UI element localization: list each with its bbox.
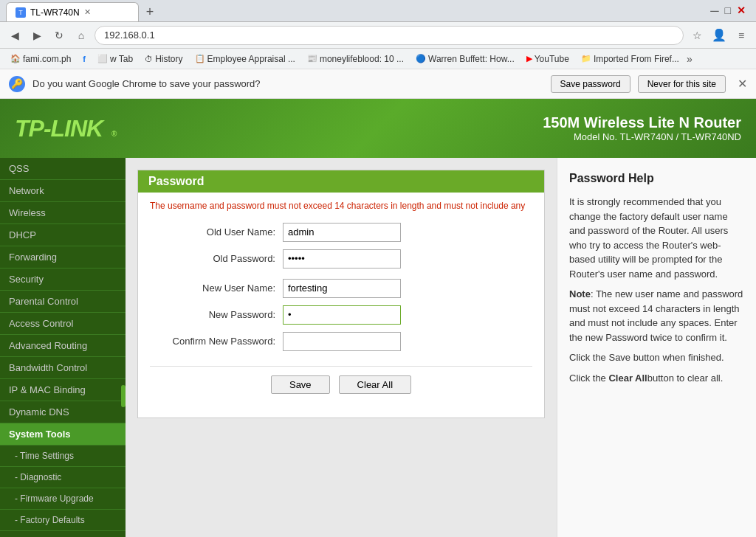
browser-toolbar: ◀ ▶ ↻ ⌂ 192.168.0.1 ☆ 👤 ≡: [0, 22, 756, 49]
fb-icon: f: [83, 55, 86, 63]
close-button[interactable]: ✕: [737, 4, 746, 18]
sidebar-item-routing[interactable]: Advanced Routing: [0, 335, 126, 357]
sidebar: QSS Network Wireless DHCP Forwarding Sec…: [0, 158, 126, 537]
sidebar-item-systemtools[interactable]: System Tools: [0, 423, 126, 446]
appraisal-icon: 📋: [195, 54, 205, 63]
new-user-label: New User Name:: [150, 283, 283, 294]
sidebar-item-network[interactable]: Network: [0, 180, 126, 202]
bookmarks-bar: 🏠 fami.com.ph f ⬜ w Tab ⏱ History 📋 Empl…: [0, 49, 756, 69]
never-save-button[interactable]: Never for this site: [638, 75, 726, 93]
browser-titlebar: T TL-WR740N ✕ + ─ □ ✕: [0, 0, 756, 22]
new-tab-button[interactable]: +: [139, 2, 161, 21]
new-pass-input[interactable]: [283, 305, 401, 325]
sidebar-item-security[interactable]: Security: [0, 268, 126, 291]
main-content: Password The username and password must …: [126, 158, 557, 537]
minimize-button[interactable]: ─: [710, 4, 718, 18]
bookmark-appraisal[interactable]: 📋 Employee Appraisal ...: [190, 52, 300, 66]
tab-favicon: T: [16, 7, 26, 18]
firefox-icon: 📁: [581, 54, 591, 63]
sidebar-item-dns[interactable]: Dynamic DNS: [0, 401, 126, 423]
sidebar-item-firmware[interactable]: - Firmware Upgrade: [0, 488, 126, 510]
tab-close-button[interactable]: ✕: [84, 7, 91, 17]
sidebar-item-timesettings[interactable]: - Time Settings: [0, 446, 126, 467]
history-icon: ⏱: [145, 55, 153, 63]
help-paragraph2: The new user name and password must not …: [569, 288, 743, 343]
bookmark-wtab[interactable]: ⬜ w Tab: [93, 52, 137, 66]
old-pass-label: Old Password:: [150, 253, 283, 264]
sidebar-item-bandwidth[interactable]: Bandwidth Control: [0, 357, 126, 379]
password-icon: 🔑: [9, 76, 25, 92]
sidebar-item-qss[interactable]: QSS: [0, 158, 126, 180]
bookmark-money[interactable]: 📰 moneylifeblood: 10 ...: [303, 52, 408, 66]
sidebar-item-backup[interactable]: - Backup & Restore: [0, 531, 126, 537]
help-clear-bold: Clear All: [608, 373, 647, 384]
sidebar-item-access[interactable]: Access Control: [0, 313, 126, 335]
sidebar-item-factory[interactable]: - Factory Defaults: [0, 510, 126, 531]
help-note: Note: The new user name and password mus…: [569, 287, 744, 344]
bookmark-buffett[interactable]: 🔵 Warren Buffett: How...: [411, 52, 519, 66]
active-tab[interactable]: T TL-WR740N ✕: [6, 2, 139, 21]
reload-button[interactable]: ↻: [50, 27, 68, 44]
help-save-instruction: Click the Save button when finished.: [569, 350, 744, 365]
address-text: 192.168.0.1: [104, 30, 674, 41]
save-button[interactable]: Save: [271, 375, 330, 394]
bookmark-label: Warren Buffett: How...: [428, 54, 515, 64]
sidebar-item-diagnostic[interactable]: - Diagnostic: [0, 467, 126, 488]
tab-title: TL-WR740N: [30, 7, 80, 18]
form-section-header: Password: [138, 170, 544, 193]
bookmark-label: moneylifeblood: 10 ...: [320, 54, 404, 64]
content-area: QSS Network Wireless DHCP Forwarding Sec…: [0, 158, 756, 537]
confirm-label: Confirm New Password:: [150, 336, 283, 347]
fami-icon: 🏠: [10, 54, 21, 63]
password-form-section: Password The username and password must …: [137, 170, 545, 418]
new-user-input[interactable]: [283, 279, 401, 298]
sidebar-item-dhcp[interactable]: DHCP: [0, 224, 126, 246]
tab-bar: T TL-WR740N ✕ +: [6, 0, 161, 21]
bookmark-label: Imported From Firef...: [594, 54, 679, 64]
home-button[interactable]: ⌂: [72, 27, 90, 44]
user-button[interactable]: 👤: [710, 27, 728, 44]
sidebar-item-wireless[interactable]: Wireless: [0, 202, 126, 224]
save-password-button[interactable]: Save password: [551, 75, 630, 93]
logo-text: TP-LINK: [15, 115, 103, 142]
router-info: 150M Wireless Lite N Router Model No. TL…: [543, 114, 741, 142]
tp-link-logo: TP-LINK ®: [15, 115, 116, 142]
sidebar-item-parental[interactable]: Parental Control: [0, 291, 126, 313]
help-paragraph1: It is strongly recommended that you chan…: [569, 195, 744, 281]
new-pass-label: New Password:: [150, 309, 283, 320]
old-password-row: Old Password:: [150, 249, 532, 268]
close-password-bar-button[interactable]: ✕: [738, 77, 747, 91]
logo-trademark: ®: [111, 130, 116, 138]
help-clear-instruction: Click the Clear Allbutton to clear all.: [569, 371, 744, 386]
password-save-bar: 🔑 Do you want Google Chrome to save your…: [0, 69, 756, 99]
help-note-label: Note: [569, 288, 591, 299]
forward-button[interactable]: ▶: [28, 27, 46, 44]
router-header: TP-LINK ® 150M Wireless Lite N Router Mo…: [0, 99, 756, 158]
bookmark-fami[interactable]: 🏠 fami.com.ph: [6, 52, 75, 66]
address-bar[interactable]: 192.168.0.1: [94, 26, 684, 45]
back-button[interactable]: ◀: [6, 27, 24, 44]
form-body: The username and password must not excee…: [138, 193, 544, 418]
old-pass-input[interactable]: [283, 249, 401, 268]
maximize-button[interactable]: □: [725, 4, 731, 18]
help-title: Password Help: [569, 170, 744, 187]
confirm-pass-input[interactable]: [283, 332, 401, 351]
money-icon: 📰: [307, 54, 317, 63]
menu-button[interactable]: ≡: [732, 27, 750, 44]
bookmark-label: fami.com.ph: [23, 54, 71, 64]
bookmark-label: Employee Appraisal ...: [207, 54, 295, 64]
bookmark-fb[interactable]: f: [78, 53, 90, 65]
bookmark-firefox[interactable]: 📁 Imported From Firef...: [577, 52, 684, 66]
buffett-icon: 🔵: [416, 54, 426, 63]
bookmark-history[interactable]: ⏱ History: [140, 52, 187, 66]
password-prompt-text: Do you want Google Chrome to save your p…: [32, 78, 543, 89]
old-user-input[interactable]: [283, 223, 401, 242]
bookmark-youtube[interactable]: ▶ YouTube: [522, 52, 574, 66]
sidebar-item-ipmac[interactable]: IP & MAC Binding: [0, 379, 126, 401]
help-note-colon: :: [591, 288, 596, 299]
form-buttons: Save Clear All: [150, 366, 532, 403]
clear-all-button[interactable]: Clear All: [339, 375, 411, 394]
sidebar-item-forwarding[interactable]: Forwarding: [0, 246, 126, 268]
more-bookmarks[interactable]: »: [687, 53, 693, 65]
bookmark-button[interactable]: ☆: [688, 27, 706, 44]
